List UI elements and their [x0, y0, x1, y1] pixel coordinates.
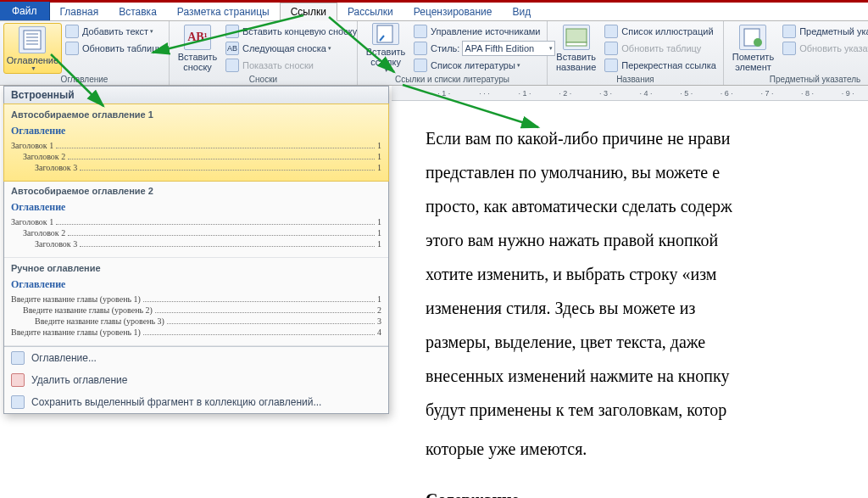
- gallery-footer: Оглавление... Удалить оглавление Сохрани…: [4, 346, 388, 413]
- tab-insert[interactable]: Вставка: [108, 3, 167, 20]
- tab-home[interactable]: Главная: [50, 3, 109, 20]
- svg-rect-7: [566, 42, 587, 46]
- bibliography-btn[interactable]: Список литературы▾: [410, 57, 559, 74]
- tab-references[interactable]: Ссылки: [280, 3, 337, 21]
- biblio-icon: [414, 59, 427, 72]
- figure-list-btn[interactable]: Список иллюстраций: [601, 23, 720, 40]
- svg-rect-6: [566, 29, 587, 42]
- crossref-icon: [604, 59, 618, 72]
- gallery-section-header: Встроенный: [4, 87, 388, 104]
- ribbon-tabs: Файл Главная Вставка Разметка страницы С…: [0, 3, 868, 21]
- manage-sources-btn[interactable]: Управление источниками: [410, 23, 559, 40]
- style-icon: [414, 42, 427, 55]
- toc-template-auto1[interactable]: Автособираемое оглавление 1 Оглавление З…: [3, 104, 389, 182]
- caption-icon: [563, 25, 590, 50]
- toc-button[interactable]: Оглавление ▼: [3, 23, 62, 74]
- add-text-btn[interactable]: Добавить текст▾: [62, 23, 165, 40]
- list-icon: [604, 25, 618, 38]
- update-toc-btn[interactable]: Обновить таблицу: [62, 40, 165, 57]
- tab-review[interactable]: Рецензирование: [403, 3, 503, 20]
- mark-entry-btn[interactable]: Пометить элемент: [727, 23, 779, 74]
- doc-icon: [11, 351, 25, 365]
- show-icon: [225, 59, 239, 72]
- sources-icon: [414, 25, 427, 38]
- index-icon: [782, 25, 796, 38]
- toc-more-btn[interactable]: Оглавление...: [4, 347, 388, 369]
- citation-icon: [372, 23, 399, 45]
- toc-icon: [19, 26, 46, 53]
- crossref-btn[interactable]: Перекрестная ссылка: [601, 57, 720, 74]
- tab-layout[interactable]: Разметка страницы: [167, 3, 280, 20]
- next-footnote-btn[interactable]: ABСледующая сноска▾: [222, 40, 360, 57]
- toc-remove-btn[interactable]: Удалить оглавление: [4, 369, 388, 391]
- update-index-btn: Обновить указатель: [779, 40, 868, 57]
- ruler: · 1 ·· · ·· 1 ·· 2 ·· 3 ·· 4 ·· 5 ·· 6 ·…: [392, 86, 868, 101]
- toc-template-manual[interactable]: Ручное оглавление Оглавление Введите наз…: [4, 258, 388, 346]
- endnote-icon: [225, 25, 239, 38]
- insert-citation-btn[interactable]: Вставить ссылку▾: [361, 23, 410, 74]
- ribbon: Оглавление ▼ Добавить текст▾ Обновить та…: [0, 21, 868, 86]
- chevron-down-icon: ▼: [31, 65, 36, 71]
- mark-icon: [739, 25, 766, 50]
- insert-caption-btn[interactable]: Вставить название: [551, 23, 601, 74]
- plus-icon: [65, 25, 79, 38]
- refresh-icon: [65, 42, 79, 55]
- tab-mailings[interactable]: Рассылки: [337, 3, 403, 20]
- document-page[interactable]: Если вам по какой-либо причине не нрави …: [392, 101, 868, 498]
- workspace: · 1 ·· · ·· 1 ·· 2 ·· 3 ·· 4 ·· 5 ·· 6 ·…: [392, 86, 868, 498]
- doc-heading: Содержание: [426, 483, 868, 498]
- save-icon: [11, 395, 25, 409]
- tab-view[interactable]: Вид: [502, 3, 541, 20]
- insert-endnote-btn[interactable]: Вставить концевую сноску: [222, 23, 360, 40]
- footnote-icon: AB¹: [184, 25, 211, 50]
- refresh-icon: [782, 42, 796, 55]
- citation-style-select[interactable]: Стиль: APA Fifth Edition▾: [410, 40, 559, 57]
- toc-gallery: Встроенный Автособираемое оглавление 1 О…: [3, 86, 389, 414]
- remove-icon: [11, 373, 25, 387]
- refresh-icon: [604, 42, 618, 55]
- toc-save-selection-btn[interactable]: Сохранить выделенный фрагмент в коллекци…: [4, 391, 388, 413]
- svg-rect-0: [24, 31, 41, 49]
- update-captions-btn: Обновить таблицу: [601, 40, 720, 57]
- show-footnotes-btn: Показать сноски: [222, 57, 360, 74]
- tab-file[interactable]: Файл: [0, 2, 50, 20]
- svg-point-9: [754, 38, 762, 47]
- insert-footnote-btn[interactable]: AB¹ Вставить сноску: [173, 23, 222, 74]
- group-label: Оглавление: [3, 74, 165, 85]
- toc-template-auto2[interactable]: Автособираемое оглавление 2 Оглавление З…: [4, 181, 388, 258]
- subject-index-btn[interactable]: Предметный указатель: [779, 23, 868, 40]
